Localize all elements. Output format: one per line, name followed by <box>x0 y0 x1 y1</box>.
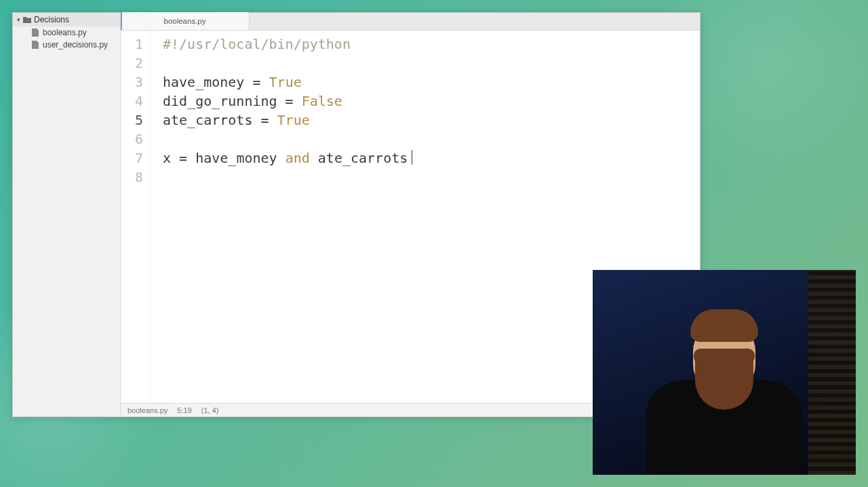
code-line[interactable]: x = have_money and ate_carrots <box>163 149 700 168</box>
code-line[interactable]: ate_carrots = True <box>163 111 700 130</box>
line-number: 4 <box>121 92 143 111</box>
code-line[interactable] <box>163 54 700 73</box>
line-number: 5 <box>121 111 143 130</box>
folder-icon <box>23 16 31 23</box>
tree-children: booleans.py user_decisions.py <box>13 26 120 51</box>
line-number: 2 <box>121 54 143 73</box>
tree-file-booleans[interactable]: booleans.py <box>29 26 120 39</box>
line-gutter: 12345678 <box>121 31 151 403</box>
status-cursor-pos: 5:19 <box>177 406 191 414</box>
code-line[interactable] <box>163 130 700 149</box>
line-number: 8 <box>121 168 143 187</box>
chevron-down-icon: ▾ <box>17 16 20 23</box>
file-icon <box>32 41 39 49</box>
code-line[interactable]: have_money = True <box>163 73 700 92</box>
line-number: 6 <box>121 130 143 149</box>
line-number: 7 <box>121 149 143 168</box>
code-line[interactable]: did_go_running = False <box>163 92 700 111</box>
status-filename: booleans.py <box>127 406 167 414</box>
file-icon <box>32 28 39 37</box>
tree-root-folder[interactable]: ▾ Decisions <box>13 13 120 26</box>
file-tree-sidebar[interactable]: ▾ Decisions booleans.py user_decisions.p… <box>13 13 121 416</box>
status-selection: (1, 4) <box>201 406 219 414</box>
code-line[interactable] <box>163 168 700 187</box>
text-cursor <box>412 150 412 165</box>
line-number: 3 <box>121 73 143 92</box>
line-number: 1 <box>121 35 143 54</box>
tree-file-user-decisions[interactable]: user_decisions.py <box>29 39 120 51</box>
tab-label: booleans.py <box>163 17 205 25</box>
presenter-video <box>593 270 856 475</box>
code-line[interactable]: #!/usr/local/bin/python <box>163 35 700 54</box>
tree-file-label: user_decisions.py <box>43 40 108 50</box>
tab-booleans[interactable]: booleans.py <box>121 12 250 30</box>
tree-file-label: booleans.py <box>43 28 87 37</box>
tab-bar[interactable]: booleans.py <box>121 13 700 31</box>
tree-root-label: Decisions <box>34 15 69 24</box>
